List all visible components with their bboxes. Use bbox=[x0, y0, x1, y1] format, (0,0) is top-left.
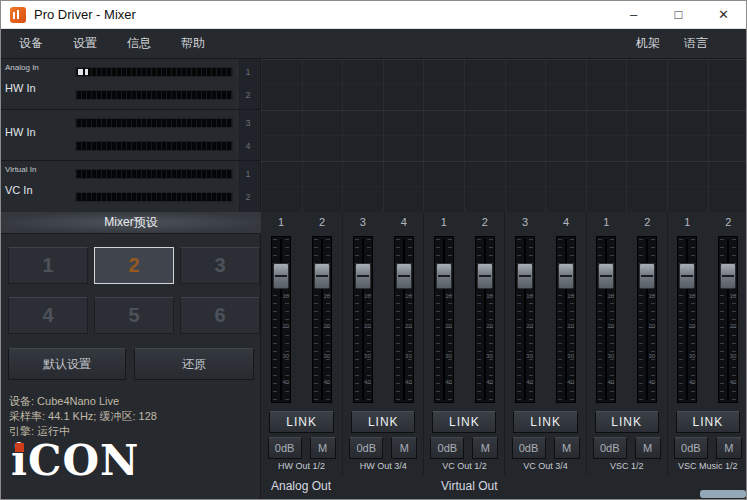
analog-out-label: Analog Out bbox=[271, 479, 331, 493]
strip-buttons: 0dB M bbox=[261, 437, 342, 459]
fader-left[interactable]: 10203040 bbox=[271, 236, 291, 403]
preset-button-3[interactable]: 3 bbox=[180, 247, 260, 284]
maximize-button[interactable]: □ bbox=[656, 1, 701, 28]
fader-scale: 10203040 bbox=[320, 237, 331, 402]
link-button[interactable]: LINK bbox=[676, 411, 740, 433]
fader-pair: 10203040 10203040 bbox=[505, 232, 585, 409]
gain-0db-button[interactable]: 0dB bbox=[349, 437, 383, 459]
mixer-presets-title: Mixer预设 bbox=[104, 214, 157, 231]
fader-left[interactable]: 10203040 bbox=[353, 236, 373, 403]
menu-bar: 设备 设置 信息 帮助 机架 语言 bbox=[1, 29, 746, 59]
fader-scale: 10203040 bbox=[604, 237, 615, 402]
fader-left[interactable]: 10203040 bbox=[515, 236, 535, 403]
output-group-row: Analog Out Virtual Out bbox=[261, 475, 747, 500]
fader-handle[interactable] bbox=[558, 263, 574, 289]
menu-item-info[interactable]: 信息 bbox=[127, 35, 151, 52]
close-button[interactable]: ✕ bbox=[701, 1, 746, 28]
horizontal-scrollbar-thumb[interactable] bbox=[700, 490, 746, 498]
app-window: Pro Driver - Mixer – □ ✕ 设备 设置 信息 帮助 机架 … bbox=[0, 0, 747, 500]
fader-handle[interactable] bbox=[517, 263, 533, 289]
strip-label: VSC Music 1/2 bbox=[668, 461, 747, 475]
fader-right[interactable]: 10203040 bbox=[475, 236, 495, 403]
fader-handle[interactable] bbox=[477, 263, 493, 289]
fader-handle[interactable] bbox=[679, 263, 695, 289]
input-group-label: HW In bbox=[5, 126, 36, 138]
mute-button[interactable]: M bbox=[391, 437, 417, 459]
channel-strip-vsc-music-12: 1 2 10203040 10203040 LINK bbox=[667, 212, 747, 475]
fader-right[interactable]: 10203040 bbox=[394, 236, 414, 403]
fader-scale: 10203040 bbox=[564, 237, 575, 402]
default-settings-button[interactable]: 默认设置 bbox=[8, 348, 126, 380]
preset-button-5[interactable]: 5 bbox=[94, 297, 174, 334]
fader-handle[interactable] bbox=[273, 263, 289, 289]
channel-number: 4 bbox=[394, 216, 414, 228]
preset-button-6[interactable]: 6 bbox=[180, 297, 260, 334]
fader-handle[interactable] bbox=[314, 263, 330, 289]
virtual-out-label: Virtual Out bbox=[441, 479, 497, 493]
menu-item-settings[interactable]: 设置 bbox=[73, 35, 97, 52]
logo-dot bbox=[15, 443, 24, 452]
preset-button-2-active[interactable]: 2 bbox=[94, 247, 174, 284]
menu-item-language[interactable]: 语言 bbox=[684, 35, 708, 52]
link-button[interactable]: LINK bbox=[269, 411, 334, 433]
channel-number: 1 bbox=[434, 216, 454, 228]
fader-handle[interactable] bbox=[355, 263, 371, 289]
fader-pair: 10203040 10203040 bbox=[261, 232, 342, 409]
fader-handle[interactable] bbox=[436, 263, 452, 289]
link-button[interactable]: LINK bbox=[351, 411, 415, 433]
menu-item-rack[interactable]: 机架 bbox=[636, 35, 660, 52]
menu-item-device[interactable]: 设备 bbox=[19, 35, 43, 52]
preset-button-4[interactable]: 4 bbox=[8, 297, 88, 334]
channel-numbers: 3 4 bbox=[343, 212, 423, 232]
link-button[interactable]: LINK bbox=[432, 411, 496, 433]
input-group-label: VC In bbox=[5, 184, 33, 196]
preset-button-1[interactable]: 1 bbox=[8, 247, 88, 284]
restore-button[interactable]: 还原 bbox=[134, 348, 254, 380]
fader-right[interactable]: 10203040 bbox=[637, 236, 657, 403]
fader-pair: 10203040 10203040 bbox=[424, 232, 504, 409]
fader-right[interactable]: 10203040 bbox=[718, 236, 738, 403]
link-button[interactable]: LINK bbox=[595, 411, 659, 433]
channel-strip-vc-out-34: 3 4 10203040 10203040 LINK bbox=[504, 212, 585, 475]
gain-0db-button[interactable]: 0dB bbox=[268, 437, 302, 459]
mute-button[interactable]: M bbox=[635, 437, 661, 459]
mixer-output-area: 1 2 10203040 10203040 LINK bbox=[261, 212, 747, 500]
mute-button[interactable]: M bbox=[554, 437, 580, 459]
fader-pair: 10203040 10203040 bbox=[587, 232, 667, 409]
fader-handle[interactable] bbox=[720, 263, 736, 289]
fader-handle[interactable] bbox=[639, 263, 655, 289]
mute-button[interactable]: M bbox=[310, 437, 336, 459]
meter-segment bbox=[85, 69, 88, 75]
level-meter bbox=[75, 141, 233, 151]
window-controls: – □ ✕ bbox=[611, 1, 746, 28]
channel-numbers: 3 4 bbox=[505, 212, 585, 232]
fader-right[interactable]: 10203040 bbox=[556, 236, 576, 403]
menu-item-help[interactable]: 帮助 bbox=[181, 35, 205, 52]
input-group-sublabel: Virtual In bbox=[5, 165, 36, 174]
strip-buttons: 0dB M bbox=[668, 437, 747, 459]
fader-left[interactable]: 10203040 bbox=[677, 236, 697, 403]
channel-numbers: 1 2 bbox=[424, 212, 504, 232]
gain-0db-button[interactable]: 0dB bbox=[430, 437, 464, 459]
channel-numbers: 1 2 bbox=[668, 212, 747, 232]
title-bar: Pro Driver - Mixer – □ ✕ bbox=[1, 1, 746, 29]
link-button[interactable]: LINK bbox=[513, 411, 577, 433]
gain-0db-button[interactable]: 0dB bbox=[593, 437, 627, 459]
mute-button[interactable]: M bbox=[472, 437, 498, 459]
fader-left[interactable]: 10203040 bbox=[596, 236, 616, 403]
strip-buttons: 0dB M bbox=[587, 437, 667, 459]
minimize-button[interactable]: – bbox=[611, 1, 656, 28]
channel-number: 2 bbox=[475, 216, 495, 228]
fader-left[interactable]: 10203040 bbox=[434, 236, 454, 403]
strip-label: VC Out 3/4 bbox=[505, 461, 585, 475]
channel-numbers: 1 2 bbox=[261, 212, 342, 232]
fader-handle[interactable] bbox=[396, 263, 412, 289]
input-group-hw: HW In 3 4 bbox=[1, 110, 260, 161]
fader-right[interactable]: 10203040 bbox=[312, 236, 332, 403]
channel-strip-hw-out-12: 1 2 10203040 10203040 LINK bbox=[261, 212, 342, 475]
meter-segment bbox=[78, 69, 83, 75]
gain-0db-button[interactable]: 0dB bbox=[674, 437, 708, 459]
gain-0db-button[interactable]: 0dB bbox=[512, 437, 546, 459]
mute-button[interactable]: M bbox=[716, 437, 742, 459]
fader-handle[interactable] bbox=[598, 263, 614, 289]
